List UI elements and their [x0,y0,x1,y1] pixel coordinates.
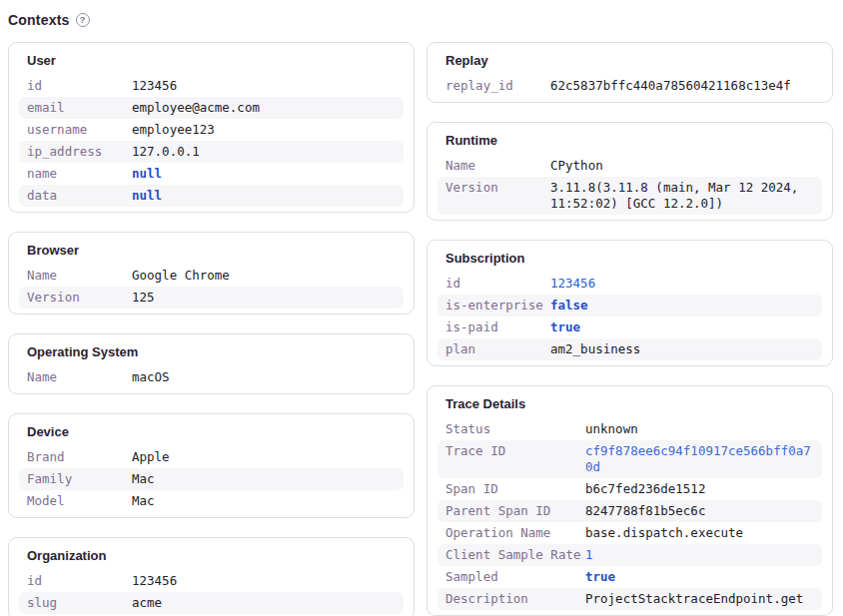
context-value: 1 [585,547,593,563]
context-row: is-paid true [437,316,822,338]
context-card-operating-system: Operating System Name macOS [8,333,415,394]
context-key: replay_id [445,78,550,94]
context-key: Description [445,591,585,607]
context-row: Name Google Chrome [19,265,404,287]
left-column: User id 123456 email employee@acme.com u… [8,42,415,616]
context-row: plan am2_business [437,338,822,360]
context-card-organization: Organization id 123456 slug acme [8,537,415,616]
context-key: ip_address [27,144,132,160]
context-value: CPython [550,158,603,174]
context-key: Sampled [445,569,585,585]
context-row: username employee123 [19,119,404,141]
context-key: Family [27,471,132,487]
context-card-runtime: Runtime Name CPython Version 3.11.8(3.11… [426,122,833,221]
context-key: email [27,100,132,116]
context-value: Apple [132,449,170,465]
context-row: name null [19,163,404,185]
context-value: 125 [132,290,155,306]
card-title: Organization [19,547,404,565]
context-key: Trace ID [445,443,585,459]
context-value: 127.0.0.1 [132,144,200,160]
context-value: 123456 [132,78,177,94]
card-rows: Status unknown Trace ID cf9f878ee6c94f10… [437,418,822,610]
context-key: id [27,78,132,94]
contexts-header: Contexts ? [8,12,833,28]
context-value: 8247788f81b5ec6c [585,503,705,519]
context-key: plan [445,341,550,357]
context-key: Status [445,421,585,437]
context-card-device: Device Brand Apple Family Mac Model Mac [8,413,415,518]
context-value: macOS [132,369,170,385]
context-key: id [27,573,132,589]
context-row: Operation Name base.dispatch.execute [437,522,822,544]
context-value: false [550,298,588,313]
card-title: User [19,52,404,70]
context-value: employee123 [132,122,215,138]
context-card-subscription: Subscription id 123456 is-enterprise fal… [426,240,833,366]
context-key: id [445,276,550,292]
context-row: Model Mac [19,490,404,512]
context-value: 123456 [132,573,177,589]
contexts-section: Contexts ? User id 123456 email employee… [0,0,843,616]
context-card-user: User id 123456 email employee@acme.com u… [8,42,415,213]
context-key: Brand [27,449,132,465]
context-row: Span ID b6c7fed236de1512 [437,478,822,500]
card-rows: id 123456 slug acme [19,570,404,614]
context-value: unknown [585,421,638,437]
context-value: base.dispatch.execute [585,525,743,541]
context-value: b6c7fed236de1512 [585,481,705,497]
context-row: Brand Apple [19,446,404,468]
context-value: true [550,319,580,335]
context-row: slug acme [19,592,404,614]
context-key: data [27,188,132,204]
context-value: Google Chrome [132,268,230,284]
context-value: 123456 [550,276,595,292]
context-key: Parent Span ID [445,503,585,519]
context-value: Mac [132,471,155,487]
context-value: acme [132,595,162,611]
context-key: Name [27,369,132,385]
context-row: Name macOS [19,366,404,388]
context-value: null [132,188,162,204]
context-key: username [27,122,132,138]
help-icon[interactable]: ? [76,13,90,27]
card-title: Browser [19,242,404,260]
context-value: true [585,569,615,585]
trace-id-link[interactable]: cf9f878ee6c94f10917ce566bff0a70d [585,443,814,475]
context-row: Name CPython [437,155,822,177]
card-rows: replay_id 62c5837bffc440a78560421168c13e… [437,75,822,97]
context-value: employee@acme.com [132,100,260,116]
context-value: 3.11.8(3.11.8 (main, Mar 12 2024, 11:52:… [550,180,814,212]
context-row: id 123456 [19,75,404,97]
card-rows: id 123456 is-enterprise false is-paid tr… [437,273,822,360]
context-row: email employee@acme.com [19,97,404,119]
context-row: Trace ID cf9f878ee6c94f10917ce566bff0a70… [437,440,822,478]
context-key: Version [27,290,132,306]
card-rows: Brand Apple Family Mac Model Mac [19,446,404,512]
context-row: id 123456 [19,570,404,592]
context-row: Version 125 [19,287,404,308]
context-key: Model [27,493,132,509]
context-row: id 123456 [437,273,822,295]
card-rows: Name CPython Version 3.11.8(3.11.8 (main… [437,155,822,215]
card-title: Device [19,423,404,441]
card-title: Replay [437,52,822,70]
context-row: Description ProjectStacktraceEndpoint.ge… [437,588,822,610]
context-key: Client Sample Rate [445,547,585,563]
context-card-browser: Browser Name Google Chrome Version 125 [8,232,415,314]
context-card-trace-details: Trace Details Status unknown Trace ID cf… [426,385,833,616]
context-row: is-enterprise false [437,295,822,316]
card-title: Runtime [437,132,822,150]
context-value: am2_business [550,341,640,357]
context-key: Name [445,158,550,174]
context-row: Family Mac [19,468,404,490]
context-value: ProjectStacktraceEndpoint.get [585,591,803,607]
card-rows: Name Google Chrome Version 125 [19,265,404,308]
context-key: Version [445,180,550,196]
context-row: Status unknown [437,418,822,440]
context-row: Parent Span ID 8247788f81b5ec6c [437,500,822,522]
context-row: Client Sample Rate 1 [437,544,822,566]
context-value: null [132,166,162,182]
right-column: Replay replay_id 62c5837bffc440a78560421… [426,42,833,616]
page-title: Contexts [8,12,70,28]
